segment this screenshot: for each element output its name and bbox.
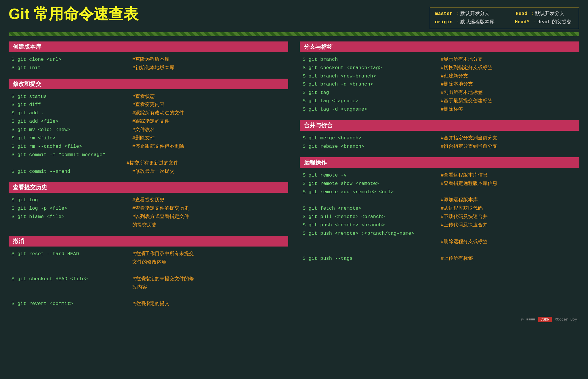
cmd-merge: $ git merge <branch> #合并指定分支到当前分支: [303, 134, 576, 143]
code-block-log: $ git log #查看提交历史 $ git log -p <file> #查…: [9, 195, 288, 231]
legend-head: Head ：默认开发分支: [516, 10, 564, 18]
cmd-clone: $ git clone <url> #克隆远程版本库: [12, 56, 285, 64]
cmd-remote-add: $ git remote add <remote> <url>: [303, 188, 576, 196]
legend-origin: origin ：默认远程版本库: [435, 18, 495, 26]
cmd-commit-m: $ git commit -m "commit message": [12, 151, 285, 159]
cmd-diff: $ git diff #查看变更内容: [12, 101, 285, 109]
cmd-remote-show: $ git remote show <remote> #查看指定远程版本库信息: [303, 180, 576, 188]
cmd-fetch: $ git fetch <remote> #从远程库获取代码: [303, 204, 576, 213]
section-header-remote: 远程操作: [300, 157, 579, 168]
cmd-log-p: $ git log -p <file> #查看指定文件的提交历史: [12, 204, 285, 213]
cmd-log: $ git log #查看提交历史: [12, 196, 285, 204]
section-remote: 远程操作 $ git remote -v #查看远程版本库信息 $ git re…: [300, 157, 579, 264]
cmd-remote-add-comment: #添加远程版本库: [303, 196, 576, 204]
main-content: 创建版本库 $ git clone <url> #克隆远程版本库 $ git i…: [9, 41, 579, 314]
legend-row-1: master ：默认开发分支 Head ：默认开发分支: [435, 10, 574, 18]
section-header-undo: 撤消: [9, 236, 288, 247]
cmd-tag-d: $ git tag -d <tagname> #删除标签: [303, 105, 576, 114]
section-branch: 分支与标签 $ git branch #显示所有本地分支 $ git check…: [300, 41, 579, 115]
cmd-tag-name: $ git tag <tagname> #基于最新提交创建标签: [303, 97, 576, 105]
code-block-merge: $ git merge <branch> #合并指定分支到当前分支 $ git …: [300, 133, 579, 152]
cmd-commit-m-comment: #提交所有更新过的文件: [12, 159, 285, 168]
cmd-rm: $ git rm <file> #删除文件: [12, 134, 285, 143]
csdn-badge: CSDN: [538, 317, 552, 322]
cmd-status: $ git status #查看状态: [12, 93, 285, 101]
cmd-blame: $ git blame <file> #以列表方式查看指定文件 的提交历史: [12, 213, 285, 230]
author-blurred: ■■■■: [526, 317, 535, 322]
cmd-commit-amend: $ git commit --amend #修改最后一次提交: [12, 168, 285, 176]
code-block-undo: $ git reset --hard HEAD #撤消工作目录中所有未提交 文件…: [9, 249, 288, 309]
section-header-create: 创建版本库: [9, 41, 288, 52]
main-title: Git 常用命令速查表: [9, 6, 138, 22]
cmd-push-tags: $ git push --tags #上传所有标签: [303, 255, 576, 263]
cmd-reset-hard: $ git reset --hard HEAD #撤消工作目录中所有未提交 文件…: [12, 250, 285, 267]
code-block-create: $ git clone <url> #克隆远程版本库 $ git init #初…: [9, 54, 288, 73]
cmd-init: $ git init #初始化本地版本库: [12, 64, 285, 72]
cmd-tag: $ git tag #列出所有本地标签: [303, 89, 576, 97]
cmd-add-dot: $ git add . #跟踪所有改动过的文件: [12, 109, 285, 118]
at-symbol: @: [521, 317, 524, 322]
author-handle: @Coder_Boy_: [555, 317, 579, 322]
cmd-push-branch: $ git push <remote> <branch> #上传代码及快速合并: [303, 221, 576, 230]
code-block-branch: $ git branch #显示所有本地分支 $ git checkout <b…: [300, 54, 579, 115]
legend-box: master ：默认开发分支 Head ：默认开发分支 origin ：默认远程…: [430, 7, 579, 29]
cmd-remote-v: $ git remote -v #查看远程版本库信息: [303, 171, 576, 180]
legend-row-2: origin ：默认远程版本库 Head^ ：Head 的父提交: [435, 18, 574, 26]
cmd-checkout-branch: $ git checkout <branch/tag> #切换到指定分支或标签: [303, 64, 576, 72]
section-header-log: 查看提交历史: [9, 182, 288, 193]
cmd-checkout-head: $ git checkout HEAD <file> #撤消指定的未提交文件的修…: [12, 275, 285, 292]
cmd-branch-d: $ git branch -d <branch> #删除本地分支: [303, 80, 576, 89]
legend-headcaret: Head^ ：Head 的父提交: [515, 18, 571, 26]
cmd-pull: $ git pull <remote> <branch> #下载代码及快速合并: [303, 213, 576, 221]
section-header-branch: 分支与标签: [300, 41, 579, 52]
section-create: 创建版本库 $ git clone <url> #克隆远程版本库 $ git i…: [9, 41, 288, 73]
cmd-revert: $ git revert <commit> #撤消指定的提交: [12, 300, 285, 308]
cmd-push-delete-tag: $ git push <remote> :<branch/tag-name>: [303, 230, 576, 238]
footer: @ ■■■■ CSDN @Coder_Boy_: [9, 314, 579, 322]
cmd-branch-new: $ git branch <new-branch> #创建新分支: [303, 72, 576, 81]
left-column: 创建版本库 $ git clone <url> #克隆远程版本库 $ git i…: [9, 41, 288, 314]
cmd-add-file: $ git add <file> #跟踪指定的文件: [12, 118, 285, 126]
cmd-mv: $ git mv <old> <new> #文件改名: [12, 126, 285, 134]
code-block-modify: $ git status #查看状态 $ git diff #查看变更内容 $ …: [9, 92, 288, 177]
header: Git 常用命令速查表 master ：默认开发分支 Head ：默认开发分支 …: [9, 6, 579, 29]
cmd-push-delete-tag-comment: #删除远程分支或标签: [303, 238, 576, 246]
section-merge: 合并与衍合 $ git merge <branch> #合并指定分支到当前分支 …: [300, 120, 579, 152]
divider-bar: [9, 32, 579, 36]
section-undo: 撤消 $ git reset --hard HEAD #撤消工作目录中所有未提交…: [9, 236, 288, 309]
cmd-rm-cached: $ git rm --cached <file> #停止跟踪文件但不删除: [12, 143, 285, 151]
section-header-modify: 修改和提交: [9, 79, 288, 89]
code-block-remote: $ git remote -v #查看远程版本库信息 $ git remote …: [300, 170, 579, 264]
section-log: 查看提交历史 $ git log #查看提交历史 $ git log -p <f…: [9, 182, 288, 231]
section-modify: 修改和提交 $ git status #查看状态 $ git diff #查看变…: [9, 79, 288, 177]
section-header-merge: 合并与衍合: [300, 120, 579, 131]
cmd-branch: $ git branch #显示所有本地分支: [303, 56, 576, 64]
right-column: 分支与标签 $ git branch #显示所有本地分支 $ git check…: [300, 41, 579, 314]
cmd-rebase: $ git rebase <branch> #衍合指定分支到当前分支: [303, 143, 576, 151]
legend-master: master ：默认开发分支: [435, 10, 490, 18]
